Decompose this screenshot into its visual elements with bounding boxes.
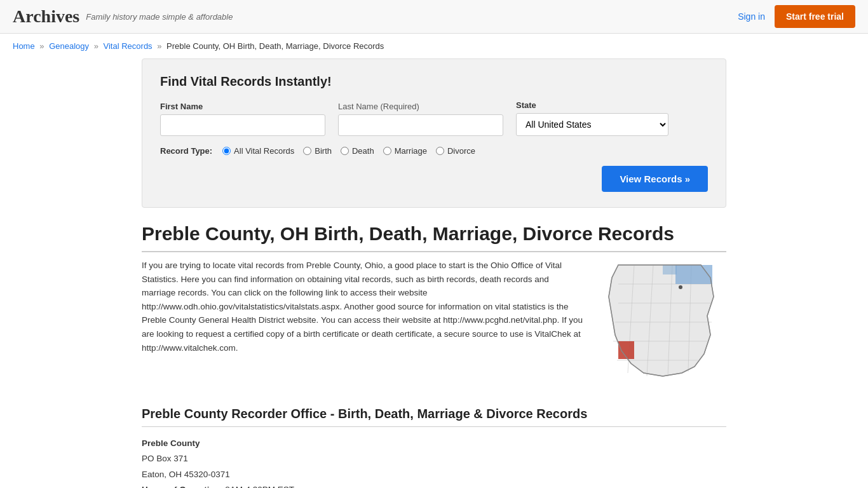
svg-rect-10	[675, 265, 712, 284]
map-container	[599, 259, 726, 388]
first-name-group: First Name	[160, 102, 325, 136]
hours-value: 8AM-4:30PM EST	[225, 485, 294, 488]
content-text: If you are trying to locate vital record…	[142, 259, 584, 388]
state-group: State All United StatesAlabamaAlaskaAriz…	[516, 100, 668, 136]
search-box: Find Vital Records Instantly! First Name…	[142, 58, 726, 208]
record-type-all[interactable]: All Vital Records	[222, 146, 294, 156]
record-type-death[interactable]: Death	[341, 146, 374, 156]
breadcrumb-home[interactable]: Home	[13, 41, 35, 51]
breadcrumb-genealogy[interactable]: Genealogy	[49, 41, 89, 51]
record-type-divorce-radio[interactable]	[436, 147, 444, 155]
state-select[interactable]: All United StatesAlabamaAlaskaArizonaArk…	[516, 113, 668, 136]
hours-label: Hours of Operation:	[142, 485, 223, 488]
content-area: If you are trying to locate vital record…	[142, 259, 726, 388]
breadcrumb-current: Preble County, OH Birth, Death, Marriage…	[166, 41, 384, 51]
sign-in-link[interactable]: Sign in	[738, 11, 765, 22]
breadcrumb-sep2: »	[94, 41, 98, 51]
record-type-options: All Vital Records Birth Death Marriage D…	[222, 146, 475, 156]
svg-point-12	[679, 285, 682, 289]
last-name-label: Last Name (Required)	[338, 102, 503, 111]
record-type-row: Record Type: All Vital Records Birth Dea…	[160, 146, 708, 156]
breadcrumb: Home » Genealogy » Vital Records » Prebl…	[0, 34, 868, 58]
record-type-all-radio[interactable]	[222, 147, 231, 155]
main-content: Find Vital Records Instantly! First Name…	[129, 58, 739, 208]
header-left: Archives Family history made simple & af…	[13, 6, 233, 27]
record-type-label: Record Type:	[160, 146, 212, 156]
tagline: Family history made simple & affordable	[86, 12, 233, 22]
start-trial-button[interactable]: Start free trial	[775, 5, 855, 28]
svg-rect-11	[663, 265, 677, 274]
page-title: Preble County, OH Birth, Death, Marriage…	[142, 223, 726, 252]
content-wrapper: Preble County, OH Birth, Death, Marriage…	[129, 223, 739, 488]
record-type-birth-radio[interactable]	[303, 147, 311, 155]
address-line2: Eaton, OH 45320-0371	[142, 467, 726, 482]
address-line1: PO Box 371	[142, 451, 726, 466]
address-block: Preble County PO Box 371 Eaton, OH 45320…	[142, 436, 726, 488]
logo: Archives	[13, 6, 79, 27]
breadcrumb-sep1: »	[39, 41, 44, 51]
record-type-birth[interactable]: Birth	[303, 146, 332, 156]
header: Archives Family history made simple & af…	[0, 0, 868, 34]
breadcrumb-vital-records[interactable]: Vital Records	[104, 41, 153, 51]
record-type-marriage[interactable]: Marriage	[383, 146, 427, 156]
search-footer: View Records »	[160, 166, 708, 192]
ohio-map	[599, 259, 720, 386]
last-name-group: Last Name (Required)	[338, 102, 503, 136]
record-type-divorce[interactable]: Divorce	[436, 146, 475, 156]
record-type-marriage-radio[interactable]	[383, 147, 391, 155]
breadcrumb-sep3: »	[157, 41, 161, 51]
view-records-button[interactable]: View Records »	[602, 166, 708, 192]
header-right: Sign in Start free trial	[738, 5, 855, 28]
county-name: Preble County	[142, 438, 200, 448]
first-name-label: First Name	[160, 102, 325, 111]
last-name-input[interactable]	[338, 114, 503, 136]
search-fields: First Name Last Name (Required) State Al…	[160, 100, 708, 136]
search-title: Find Vital Records Instantly!	[160, 74, 708, 89]
record-type-death-radio[interactable]	[341, 147, 349, 155]
section-heading: Preble County Recorder Office - Birth, D…	[142, 407, 726, 427]
first-name-input[interactable]	[160, 114, 325, 136]
state-label: State	[516, 100, 668, 110]
